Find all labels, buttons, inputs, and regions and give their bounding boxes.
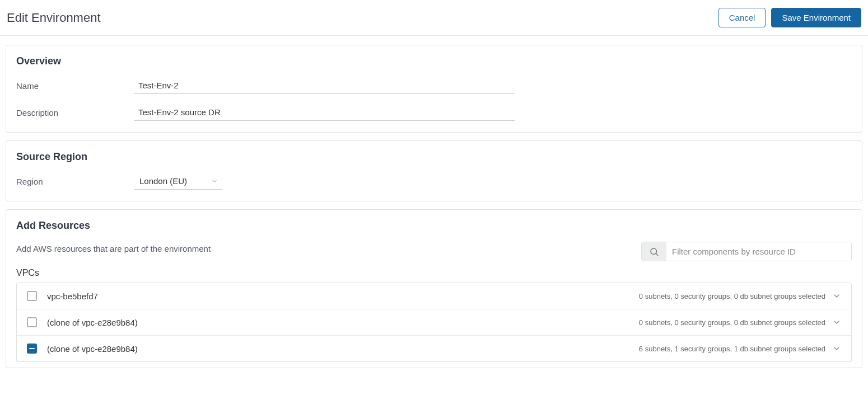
resources-top-row: Add AWS resources that are part of the e…: [16, 242, 852, 261]
region-select[interactable]: London (EU): [134, 173, 222, 190]
expand-icon[interactable]: [832, 344, 841, 353]
vpc-checkbox[interactable]: [27, 344, 37, 354]
save-button[interactable]: Save Environment: [771, 8, 861, 27]
add-resources-card: Add Resources Add AWS resources that are…: [6, 209, 862, 368]
resources-helper: Add AWS resources that are part of the e…: [16, 244, 211, 253]
vpc-row: vpc-be5befd7 0 subnets, 0 security group…: [17, 283, 851, 309]
svg-line-1: [656, 253, 657, 255]
vpc-name: (clone of vpc-e28e9b84): [47, 344, 639, 354]
region-value: London (EU): [139, 176, 187, 186]
page-title: Edit Environment: [7, 11, 101, 25]
page-header: Edit Environment Cancel Save Environment: [0, 0, 868, 36]
name-row: Name: [16, 77, 852, 94]
expand-icon[interactable]: [832, 318, 841, 327]
description-row: Description: [16, 104, 852, 121]
chevron-down-icon: [211, 178, 218, 185]
vpc-checkbox[interactable]: [27, 317, 37, 327]
vpc-checkbox[interactable]: [27, 291, 37, 301]
region-row: Region London (EU): [16, 173, 852, 190]
region-label: Region: [16, 177, 134, 186]
filter-input[interactable]: [666, 242, 851, 261]
description-input[interactable]: [134, 104, 515, 121]
expand-icon[interactable]: [832, 291, 841, 300]
overview-card: Overview Name Description: [6, 45, 862, 133]
vpcs-title: VPCs: [16, 268, 852, 278]
source-region-card: Source Region Region London (EU): [6, 140, 862, 201]
vpc-summary: 6 subnets, 1 security groups, 1 db subne…: [639, 345, 825, 353]
content: Overview Name Description Source Region …: [0, 36, 868, 368]
add-resources-title: Add Resources: [16, 220, 852, 232]
vpc-summary: 0 subnets, 0 security groups, 0 db subne…: [639, 292, 825, 300]
search-icon: [642, 242, 666, 261]
header-actions: Cancel Save Environment: [718, 8, 861, 27]
vpc-list: vpc-be5befd7 0 subnets, 0 security group…: [16, 283, 852, 362]
vpc-name: (clone of vpc-e28e9b84): [47, 318, 639, 327]
filter-box: [641, 242, 852, 261]
vpc-summary: 0 subnets, 0 security groups, 0 db subne…: [639, 318, 825, 327]
svg-point-0: [651, 248, 657, 255]
vpc-row: (clone of vpc-e28e9b84) 0 subnets, 0 sec…: [17, 309, 851, 336]
vpc-row: (clone of vpc-e28e9b84) 6 subnets, 1 sec…: [17, 336, 851, 361]
name-input[interactable]: [134, 77, 515, 94]
vpc-name: vpc-be5befd7: [47, 291, 639, 301]
cancel-button[interactable]: Cancel: [718, 8, 766, 27]
overview-title: Overview: [16, 55, 852, 67]
name-label: Name: [16, 81, 134, 91]
description-label: Description: [16, 108, 134, 117]
source-region-title: Source Region: [16, 151, 852, 163]
